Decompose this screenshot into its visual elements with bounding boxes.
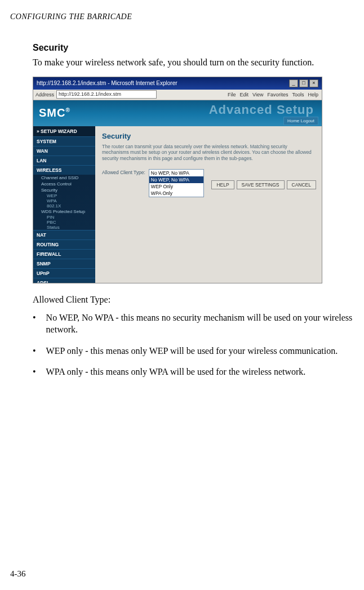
- menu-view[interactable]: View: [252, 92, 263, 97]
- menu-edit[interactable]: Edit: [240, 92, 249, 97]
- sidebar-item-lan[interactable]: LAN: [33, 156, 95, 165]
- sidebar-sub-channel-ssid[interactable]: Channel and SSID: [33, 175, 95, 181]
- ie-menu[interactable]: File Edit View Favorites Tools Help: [228, 92, 322, 97]
- ie-titlebar: http://192.168.2.1/index.stm - Microsoft…: [33, 77, 322, 90]
- sidebar-item-system[interactable]: SYSTEM: [33, 136, 95, 146]
- logo-text: SMC: [39, 107, 65, 119]
- registered-icon: ®: [65, 107, 70, 113]
- smc-logo: SMC®: [33, 107, 70, 119]
- sidebar-item-routing[interactable]: ROUTING: [33, 239, 95, 249]
- client-type-label: Allowed Client Type:: [102, 169, 145, 175]
- page-content: Security To make your wireless network s…: [33, 43, 354, 387]
- sidebar-sub-access-control[interactable]: Access Control: [33, 181, 95, 187]
- sidebar-subsub-wpa[interactable]: WPA: [33, 198, 95, 203]
- address-input[interactable]: http://192.168.2.1/index.stm: [56, 90, 157, 99]
- menu-help[interactable]: Help: [308, 92, 318, 97]
- menu-file[interactable]: File: [228, 92, 236, 97]
- panel-title: Security: [102, 132, 315, 140]
- ie-window-buttons[interactable]: _ □ ×: [289, 79, 318, 87]
- sidebar-item-wan[interactable]: WAN: [33, 146, 95, 156]
- ie-window-title: http://192.168.2.1/index.stm - Microsoft…: [37, 80, 177, 86]
- save-settings-button[interactable]: SAVE SETTINGS: [237, 180, 285, 189]
- sidebar-subsub-status[interactable]: Status: [33, 225, 95, 230]
- bullet-icon: •: [33, 366, 36, 378]
- sidebar-item-nat[interactable]: NAT: [33, 230, 95, 239]
- sidebar-sub-security[interactable]: Security: [33, 187, 95, 193]
- option-wep-only[interactable]: WEP Only: [149, 183, 203, 190]
- bullet-icon: •: [33, 345, 36, 357]
- app-body: » SETUP WIZARD SYSTEM WAN LAN WIRELESS C…: [33, 126, 322, 283]
- minimize-icon[interactable]: _: [289, 79, 298, 87]
- list-item-text: WEP only - this menas only WEP will be u…: [46, 345, 338, 357]
- sidebar-subsub-pin[interactable]: PIN: [33, 215, 95, 220]
- sidebar-subsub-wep[interactable]: WEP: [33, 193, 95, 198]
- ie-address-bar-row: Address http://192.168.2.1/index.stm Fil…: [33, 90, 322, 100]
- intro-paragraph: To make your wireless network safe, you …: [33, 56, 354, 69]
- option-wpa-only[interactable]: WPA Only: [149, 190, 203, 197]
- bullet-icon: •: [33, 312, 36, 336]
- option-nowep-nowpa-top[interactable]: No WEP, No WPA: [149, 170, 203, 176]
- sidebar-subsub-pbc[interactable]: PBC: [33, 220, 95, 225]
- client-type-select[interactable]: No WEP, No WPA No WEP, No WPA WEP Only W…: [149, 169, 204, 197]
- page-number: 4-36: [10, 569, 26, 579]
- brand-header: SMC® Advanced Setup Home Logout: [33, 100, 322, 126]
- list-item-text: No WEP, No WPA - this means no security …: [46, 312, 354, 336]
- sidebar-subsub-8021x[interactable]: 802.1X: [33, 203, 95, 209]
- list-item: •WPA only - this means only WPA will be …: [33, 366, 354, 378]
- bullet-list: •No WEP, No WPA - this means no security…: [33, 312, 354, 378]
- sidebar-sub-wds[interactable]: WDS Protected Setup: [33, 209, 95, 215]
- main-panel: Security The router can transmit your da…: [95, 126, 322, 283]
- list-item: •No WEP, No WPA - this means no security…: [33, 312, 354, 336]
- action-button-row: HELP SAVE SETTINGS CANCEL: [211, 180, 316, 189]
- list-item: •WEP only - this menas only WEP will be …: [33, 345, 354, 357]
- embedded-screenshot: http://192.168.2.1/index.stm - Microsoft…: [33, 77, 322, 283]
- sidebar-item-upnp[interactable]: UPnP: [33, 268, 95, 278]
- option-nowep-nowpa[interactable]: No WEP, No WPA: [149, 176, 203, 183]
- help-button[interactable]: HELP: [211, 180, 234, 189]
- maximize-icon[interactable]: □: [299, 79, 308, 87]
- panel-description: The router can transmit your data secure…: [102, 144, 315, 162]
- advanced-setup-title: Advanced Setup: [209, 103, 314, 117]
- sidebar: » SETUP WIZARD SYSTEM WAN LAN WIRELESS C…: [33, 126, 95, 283]
- address-label: Address: [33, 92, 56, 97]
- section-title: Security: [33, 43, 354, 53]
- client-type-heading: Allowed Client Type:: [33, 295, 354, 305]
- menu-favorites[interactable]: Favorites: [267, 92, 288, 97]
- list-item-text: WPA only - this means only WPA will be u…: [46, 366, 306, 378]
- menu-tools[interactable]: Tools: [292, 92, 304, 97]
- sidebar-setup-wizard[interactable]: » SETUP WIZARD: [33, 126, 95, 136]
- cancel-button[interactable]: CANCEL: [287, 180, 316, 189]
- sidebar-item-adsl[interactable]: ADSL: [33, 278, 95, 283]
- running-header: CONFIGURING THE BARRICADE: [10, 12, 132, 21]
- sidebar-item-snmp[interactable]: SNMP: [33, 259, 95, 268]
- close-icon[interactable]: ×: [309, 79, 318, 87]
- home-logout-bar[interactable]: Home Logout: [283, 117, 318, 125]
- sidebar-item-firewall[interactable]: FIREWALL: [33, 249, 95, 259]
- sidebar-item-wireless[interactable]: WIRELESS: [33, 165, 95, 175]
